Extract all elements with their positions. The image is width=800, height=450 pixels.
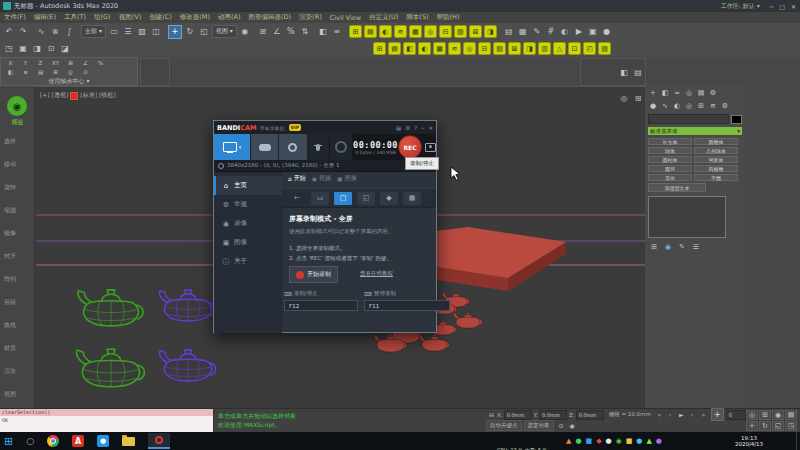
spacewarps-icon[interactable]: ≋ [707, 101, 719, 111]
camera-icon[interactable]: ◎ [618, 92, 630, 104]
plugin-icon[interactable]: ◎ [424, 25, 437, 38]
workspace-dropdown[interactable]: 工作区: 默认 ▾ [721, 2, 760, 11]
tray-icon[interactable]: ■ [626, 436, 633, 446]
plugin-icon[interactable]: ◨ [523, 42, 536, 55]
graphite-ribbon-icon[interactable]: ▦ [517, 26, 529, 38]
object-type-button[interactable]: 几何球体 [694, 147, 738, 154]
fullscreen-mode-icon[interactable]: ▢ [334, 192, 352, 205]
prev-frame-icon[interactable]: ‹ [666, 410, 675, 419]
snap-toggle-icon[interactable]: ⊞ [257, 26, 269, 38]
bandicam-taskbar-icon[interactable] [148, 433, 170, 449]
object-type-button[interactable]: 球体 [648, 147, 692, 154]
plugin-icon[interactable]: ◐ [418, 42, 431, 55]
selection-filter-dropdown[interactable]: 全部 ▾ [81, 25, 106, 38]
tray-icon[interactable]: ◉ [616, 436, 622, 446]
left-strip-item[interactable]: 缩放 [0, 199, 35, 222]
tray-icon[interactable]: ◆ [596, 436, 601, 446]
go-start-icon[interactable]: « [655, 410, 664, 419]
go-end-icon[interactable]: » [699, 410, 708, 419]
menu-item[interactable]: 脚本(S) [402, 13, 432, 22]
bandicam-settings-icon[interactable]: ⚙ [405, 125, 410, 131]
material-editor-icon[interactable]: ◐ [559, 26, 571, 38]
zoom-region-icon[interactable]: ▤ [785, 410, 797, 420]
device-mode-icon[interactable]: ▦ [403, 192, 421, 205]
play-icon[interactable]: ► [677, 410, 686, 419]
menu-item[interactable]: 帮助(H) [433, 13, 464, 22]
tray-icon[interactable]: ● [606, 436, 612, 446]
online-tutorial-link[interactable]: 查看在线教程 [360, 270, 393, 277]
game-recording-tab[interactable] [251, 134, 279, 160]
menu-item[interactable]: 组(G) [90, 13, 115, 22]
display-tab-icon[interactable]: ▤ [695, 88, 707, 98]
lock-icon[interactable]: ⊙ [79, 68, 92, 76]
modify-tab-icon[interactable]: ◧ [659, 88, 671, 98]
menu-item[interactable]: 动画(A) [214, 13, 245, 22]
shapes-icon[interactable]: ∿ [659, 101, 671, 111]
teapot-object-wireframe[interactable] [157, 283, 219, 323]
motion-tab-icon[interactable]: ◎ [683, 88, 695, 98]
teapot-object[interactable] [372, 330, 409, 353]
mirror-icon[interactable]: ◧ [317, 26, 329, 38]
select-move-icon[interactable]: + [168, 25, 182, 39]
object-type-button[interactable]: 圆锥体 [694, 138, 738, 145]
angle-icon[interactable]: ∠ [79, 59, 92, 67]
bandicam-titlebar[interactable]: BANDI CAM 屏幕录像机 VIP ▤⚙?─✕ [214, 121, 436, 134]
layer-explorer-icon[interactable]: ▣ [17, 43, 29, 55]
orbit-icon[interactable]: ↻ [759, 421, 771, 431]
scene-explorer-icon[interactable]: ◳ [3, 43, 15, 55]
viewport-label-left[interactable]: [+] [透视] [40, 91, 68, 100]
output-folder-icon[interactable]: ▤ [396, 125, 401, 131]
time-slider-pad[interactable]: + [711, 408, 724, 421]
align-icon[interactable]: ≡ [19, 68, 32, 76]
plugin-icon[interactable]: ⊠ [508, 42, 521, 55]
plugin-icon[interactable]: ▥ [538, 42, 551, 55]
zoom-icon[interactable]: ◎ [746, 410, 758, 420]
chrome-icon[interactable] [47, 435, 59, 447]
object-type-button[interactable]: 四棱锥 [694, 165, 738, 172]
bandicam-help-icon[interactable]: ? [414, 125, 417, 131]
pdf-app-icon[interactable]: A [72, 435, 84, 447]
helpers-icon[interactable]: ⊞ [695, 101, 707, 111]
plugin-icon[interactable]: ⊟ [478, 42, 491, 55]
cameras-icon[interactable]: ◎ [683, 101, 695, 111]
isolate-selection-icon[interactable]: ⊟ [487, 410, 496, 419]
tray-icon[interactable]: ● [575, 436, 581, 446]
menu-item[interactable]: 工具(T) [60, 13, 90, 22]
menu-item[interactable]: 文件(F) [0, 13, 30, 22]
plugin-icon[interactable]: ▧ [454, 25, 467, 38]
webcam-toggle[interactable] [330, 134, 353, 160]
microphone-toggle[interactable] [308, 134, 331, 160]
window-crossing-icon[interactable]: ◫ [150, 26, 162, 38]
render-icon[interactable]: ● [601, 26, 613, 38]
taskbar-clock[interactable]: 19:13 2020/4/13 [726, 435, 772, 447]
object-type-button[interactable]: 加强型文本 [648, 183, 706, 192]
start-recording-button[interactable]: 开始录制 [289, 266, 338, 283]
left-strip-item[interactable]: 渲染 [0, 360, 35, 383]
object-type-button[interactable]: 平面 [694, 174, 738, 181]
grid-icon[interactable]: ⊞ [632, 92, 644, 104]
tray-icon[interactable]: ■ [586, 436, 593, 446]
recording-target-bar[interactable]: 3840x2160 - (0, 0), (3840, 2160) - 全屏 1 [214, 160, 436, 172]
panel-icon[interactable]: ▤ [632, 66, 644, 78]
curve-editor-icon[interactable]: ✎ [531, 26, 543, 38]
start-button[interactable]: ⊞ [4, 435, 13, 448]
screenshot-icon[interactable] [425, 143, 436, 152]
pin-icon[interactable]: ⊞ [648, 242, 660, 252]
left-strip-item[interactable]: 旋转 [0, 176, 35, 199]
grid-icon[interactable]: ⊞ [49, 68, 62, 76]
teapot-object[interactable] [418, 331, 451, 352]
select-link-icon[interactable]: ∿ [35, 26, 47, 38]
left-strip-item[interactable]: 视图 [0, 383, 35, 406]
use-pivot-center-icon[interactable]: ◉ [239, 26, 251, 38]
object-type-button[interactable]: 管状体 [694, 156, 738, 163]
tray-icon[interactable]: ● [636, 436, 642, 446]
chat-app-icon[interactable]: ● [97, 435, 109, 447]
select-by-name-icon[interactable]: ☰ [122, 26, 134, 38]
menu-item[interactable]: Civil View [326, 14, 365, 22]
menu-item[interactable]: 修改器(M) [176, 13, 214, 22]
left-strip-item[interactable]: 对齐 [0, 245, 35, 268]
hotkey-field[interactable]: F12 [284, 300, 358, 311]
percent-snap-icon[interactable]: % [285, 26, 297, 38]
render-frame-icon[interactable]: ▣ [587, 26, 599, 38]
macro-recorder-line[interactable]: clearSelection() [0, 409, 213, 416]
